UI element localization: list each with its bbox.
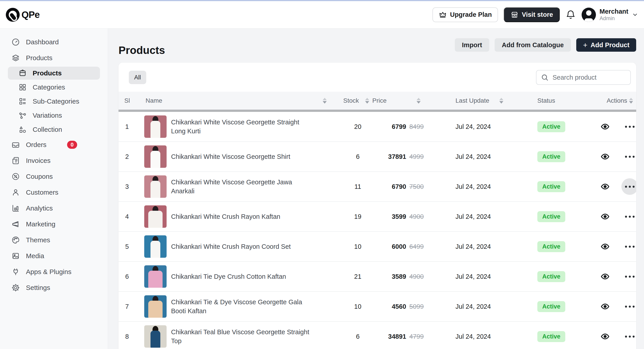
row-menu-button[interactable] xyxy=(622,118,636,135)
column-header-sl[interactable]: Sl xyxy=(118,92,139,110)
sidebar-item-themes[interactable]: Themes xyxy=(0,233,104,247)
row-menu-button[interactable] xyxy=(622,148,636,165)
stock-value: 11 xyxy=(330,172,372,201)
sidebar-item-coupons[interactable]: Coupons xyxy=(0,169,104,184)
sidebar-item-invoices[interactable]: Invoices xyxy=(0,153,104,168)
themes-icon xyxy=(11,236,20,244)
product-thumbnail[interactable] xyxy=(144,145,166,168)
view-product-icon[interactable] xyxy=(600,122,610,131)
sidebar-item-media[interactable]: Media xyxy=(0,249,104,263)
status-badge: Active xyxy=(537,271,565,282)
view-product-icon[interactable] xyxy=(600,242,610,251)
product-thumbnail[interactable] xyxy=(144,205,166,228)
row-menu-button[interactable] xyxy=(622,268,636,285)
product-name-link[interactable]: Chikankari White Viscose Georgette Jawa … xyxy=(171,178,314,196)
product-name-link[interactable]: Chikankari Tie Dye Crush Cotton Kaftan xyxy=(171,272,286,281)
app-logo[interactable]: QPe xyxy=(6,8,40,22)
sidebar-item-dashboard[interactable]: Dashboard xyxy=(0,35,104,49)
sidebar-item-orders[interactable]: Orders 0 xyxy=(0,138,104,152)
sort-icon[interactable] xyxy=(629,98,633,104)
table-row: 8 Chikankari Teal Blue Viscose Georgette… xyxy=(118,322,636,349)
notifications-bell-icon[interactable] xyxy=(566,10,576,20)
sidebar-item-marketing[interactable]: Marketing xyxy=(0,217,104,231)
sidebar-subitem-sub-categories[interactable]: Sub-Categories xyxy=(8,95,100,108)
stock-value: 19 xyxy=(330,202,372,231)
ellipsis-icon xyxy=(625,126,634,128)
table-row: 1 Chikankari White Viscose Georgette Str… xyxy=(118,112,636,142)
product-thumbnail[interactable] xyxy=(144,235,166,258)
row-menu-button[interactable] xyxy=(622,238,636,255)
product-thumbnail[interactable] xyxy=(144,295,166,318)
sidebar-item-products[interactable]: Products xyxy=(0,51,104,65)
view-product-icon[interactable] xyxy=(600,332,610,341)
row-menu-button[interactable] xyxy=(622,298,636,315)
view-product-icon[interactable] xyxy=(600,152,610,161)
product-name-link[interactable]: Chikankari White Viscose Georgette Shirt xyxy=(171,152,290,161)
product-name-link[interactable]: Chikankari White Viscose Georgette Strai… xyxy=(171,118,314,136)
row-menu-button[interactable] xyxy=(622,328,636,345)
sidebar-subitem-products[interactable]: Products xyxy=(8,67,100,80)
row-menu-button[interactable] xyxy=(622,208,636,225)
table-body: 1 Chikankari White Viscose Georgette Str… xyxy=(118,112,636,349)
last-update: Jul 24, 2024 xyxy=(430,202,506,231)
row-menu-button[interactable] xyxy=(622,178,636,195)
table-row: 4 Chikankari White Crush Rayon Kaftan 19… xyxy=(118,202,636,232)
status-badge: Active xyxy=(537,301,565,312)
product-name-link[interactable]: Chikankari Tie & Dye Viscose Georgette G… xyxy=(171,297,314,315)
table-row: 5 Chikankari White Crush Rayon Coord Set… xyxy=(118,232,636,262)
sort-icon[interactable] xyxy=(416,98,420,104)
column-header-last-update[interactable]: Last Update xyxy=(430,92,506,110)
customers-icon xyxy=(11,188,20,197)
visit-store-button[interactable]: Visit store xyxy=(504,8,560,22)
search-box[interactable] xyxy=(536,70,631,85)
column-header-name[interactable]: Name xyxy=(139,92,330,110)
stock-value: 10 xyxy=(330,292,372,321)
ellipsis-icon xyxy=(625,276,634,278)
product-thumbnail[interactable] xyxy=(144,325,166,348)
row-serial: 5 xyxy=(118,232,139,261)
horizontal-scrollbar[interactable] xyxy=(118,110,636,112)
column-header-stock[interactable]: Stock xyxy=(330,92,372,110)
search-icon xyxy=(541,74,548,81)
table-row: 2 Chikankari White Viscose Georgette Shi… xyxy=(118,142,636,172)
last-update: Jul 24, 2024 xyxy=(430,232,506,261)
product-name-link[interactable]: Chikankari White Crush Rayon Kaftan xyxy=(171,212,280,221)
product-name-link[interactable]: Chikankari White Crush Rayon Coord Set xyxy=(171,242,291,251)
sort-icon[interactable] xyxy=(323,98,327,104)
sidebar-subitem-variations[interactable]: Variations xyxy=(8,109,100,122)
add-from-catalogue-button[interactable]: Add from Catalogue xyxy=(495,38,571,52)
import-button[interactable]: Import xyxy=(455,38,489,52)
product-thumbnail[interactable] xyxy=(144,265,166,288)
old-price: 4799 xyxy=(409,333,424,340)
table-header: Sl Name Stock Price Last Update Status A… xyxy=(118,92,636,110)
view-product-icon[interactable] xyxy=(600,302,610,311)
column-header-actions[interactable]: Actions xyxy=(578,92,636,110)
collection-icon xyxy=(18,125,27,134)
filter-all-chip[interactable]: All xyxy=(129,71,146,84)
sort-icon[interactable] xyxy=(499,98,503,104)
view-product-icon[interactable] xyxy=(600,272,610,281)
current-price: 6790 xyxy=(392,183,406,190)
view-product-icon[interactable] xyxy=(600,212,610,221)
product-thumbnail[interactable] xyxy=(144,115,166,138)
sidebar-subitem-categories[interactable]: Categories xyxy=(8,81,100,94)
sidebar-subitem-collection[interactable]: Collection xyxy=(8,123,100,136)
sidebar-item-settings[interactable]: Settings xyxy=(0,280,104,295)
product-thumbnail[interactable] xyxy=(144,175,166,198)
column-header-price[interactable]: Price xyxy=(372,92,430,110)
add-product-button[interactable]: + Add Product xyxy=(576,38,636,52)
sidebar-item-customers[interactable]: Customers xyxy=(0,185,104,200)
sidebar-item-analytics[interactable]: Analytics xyxy=(0,201,104,215)
search-input[interactable] xyxy=(552,74,626,82)
user-menu[interactable]: Merchant Admin xyxy=(582,8,638,22)
sidebar-subitem-label: Sub-Categories xyxy=(33,98,79,105)
current-price: 3599 xyxy=(392,213,406,220)
product-name-link[interactable]: Chikankari Teal Blue Viscose Georgette S… xyxy=(171,327,314,345)
column-header-status[interactable]: Status xyxy=(506,92,578,110)
sidebar-item-apps-plugins[interactable]: Apps & Plugins xyxy=(0,265,104,279)
upgrade-plan-button[interactable]: Upgrade Plan xyxy=(432,8,498,22)
view-product-icon[interactable] xyxy=(600,182,610,191)
sidebar-item-label: Orders xyxy=(26,141,46,149)
sort-icon[interactable] xyxy=(365,98,369,104)
sidebar-item-label: Customers xyxy=(26,189,58,196)
